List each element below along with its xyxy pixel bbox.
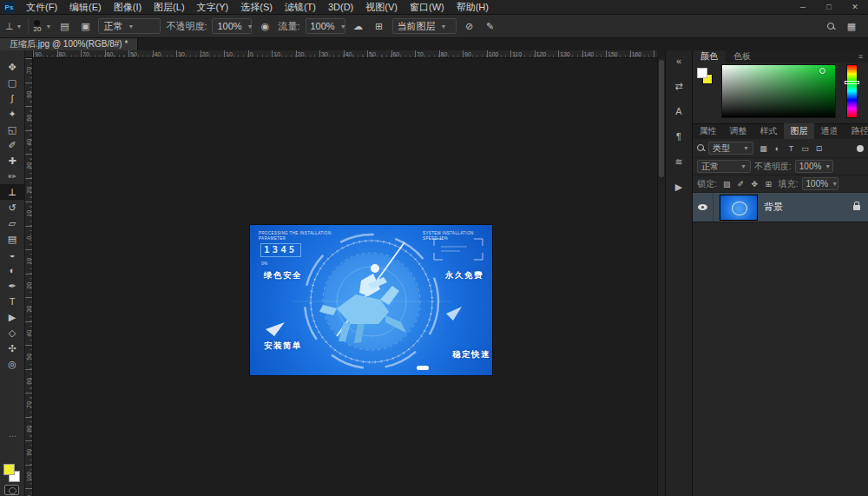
menu-item[interactable]: 3D(D) [322,0,359,14]
menu-item[interactable]: 选择(S) [234,0,279,14]
hand-tool[interactable]: ✣ [0,341,25,356]
type-tool[interactable]: T [0,294,25,309]
layer-blend-mode-select[interactable]: 正常▼ [697,160,751,173]
layer-thumbnail[interactable] [720,195,758,221]
menu-item[interactable]: 图层(L) [148,0,190,14]
ignore-adjustment-layers-icon[interactable]: ⊘ [462,18,477,34]
sample-select[interactable]: 当前图层▼ [392,18,457,34]
quick-selection-tool[interactable]: ✦ [0,106,25,122]
minimize-button[interactable]: ─ [790,0,816,15]
opacity-select[interactable]: 100%▼ [212,18,252,34]
layer-filter-select[interactable]: 类型▼ [708,142,753,155]
eraser-tool[interactable]: ▱ [0,215,25,231]
menu-item[interactable]: 文件(F) [20,0,63,14]
brush-settings-icon[interactable]: ≋ [669,154,688,169]
pressure-size-icon[interactable]: ✎ [483,18,498,34]
foreground-color-swatch[interactable] [3,464,15,475]
gradient-tool[interactable]: ▤ [0,231,25,247]
panel-tab[interactable]: 路径 [845,123,868,139]
collapse-panels-icon[interactable]: « [669,53,688,69]
lock-transparency-icon[interactable]: ▨ [720,177,733,190]
lasso-tool[interactable]: ʃ [0,90,25,106]
pixel-layer-filter-icon[interactable]: ▦ [757,142,770,155]
canvas-scrollbar[interactable] [657,58,665,496]
edit-toolbar-button[interactable]: ⋯ [0,432,25,440]
blur-tool[interactable]: ◒ [0,247,25,262]
blend-mode-select[interactable]: 正常▼ [98,18,161,34]
search-icon[interactable] [827,23,835,30]
character-panel-icon[interactable]: A [669,103,688,119]
menu-item[interactable]: 帮助(H) [450,0,495,14]
shape-layer-filter-icon[interactable]: ▭ [799,142,812,155]
tab-color[interactable]: 颜色 [693,50,726,63]
lock-position-icon[interactable]: ✥ [748,177,761,190]
visibility-toggle[interactable] [693,193,713,222]
menu-item[interactable]: 窗口(W) [404,0,450,14]
foreground-color-swatch[interactable] [697,68,707,78]
panel-tab[interactable]: 通道 [814,123,845,139]
layer-row-background[interactable]: 背景 [693,193,868,222]
panel-tab[interactable]: 属性 [693,123,723,139]
alignment-icon[interactable]: ⊞ [372,18,387,34]
filter-toggle-icon[interactable] [857,145,864,152]
quick-mask-button[interactable] [4,485,19,495]
panel-tab[interactable]: 样式 [753,123,784,139]
menu-item[interactable]: 编辑(E) [63,0,108,14]
brush-tool[interactable]: ✏ [0,169,25,184]
chevron-down-icon: ▼ [16,23,23,30]
adjustment-layer-filter-icon[interactable]: ◐ [771,142,784,155]
panel-menu-icon[interactable]: ≡ [858,52,868,61]
hue-slider-marker[interactable] [845,81,859,84]
workspace-switcher-icon[interactable]: ▦ [844,18,859,34]
tool-preset-picker[interactable]: ⊥▼ [5,18,23,34]
close-button[interactable]: ✕ [842,0,868,15]
scrollbar-thumb[interactable] [659,60,664,177]
clone-source-icon[interactable]: ⇄ [669,78,688,94]
ruler-number: 70 [25,400,33,408]
crop-tool[interactable]: ◱ [0,122,25,137]
healing-brush-tool[interactable]: ✚ [0,153,25,169]
lock-artboard-icon[interactable]: ⊞ [762,177,775,190]
clone-stamp-tool[interactable]: ⊥ [0,184,25,200]
saturation-brightness-field[interactable] [721,64,836,118]
poster-label-left: 绿色安全 [264,270,302,281]
brush-settings-panel-button[interactable]: ▤ [56,18,72,34]
pen-tool[interactable]: ✒ [0,278,25,294]
eyedropper-tool[interactable]: ✐ [0,137,25,153]
tab-swatches[interactable]: 色板 [726,50,759,63]
menu-item[interactable]: 文字(Y) [191,0,235,14]
canvas[interactable]: PROCESSING THE INSTALLATION PARAMETER 13… [33,58,657,496]
smart-object-filter-icon[interactable]: ⊡ [812,142,825,155]
brush-preset-picker[interactable]: 20 ▼ [34,20,52,33]
move-tool[interactable]: ✥ [0,59,25,75]
layer-fill-select[interactable]: 100%▼ [802,177,838,190]
maximize-button[interactable]: □ [816,0,842,15]
type-layer-filter-icon[interactable]: T [785,142,798,155]
zoom-tool[interactable]: ◎ [0,356,25,372]
pressure-opacity-icon[interactable]: ◉ [257,18,273,34]
color-panel: 颜色 色板 ≡ [693,50,868,123]
panel-tab[interactable]: 图层 [784,123,814,139]
ruler-number: 80 [25,425,33,433]
paragraph-panel-icon[interactable]: ¶ [669,129,688,144]
shape-tool[interactable]: ◇ [0,325,25,341]
history-brush-tool[interactable]: ↺ [0,200,25,215]
poster-topleft-text: PROCESSING THE INSTALLATION PARAMETER [259,231,332,241]
menu-item[interactable]: 图像(I) [108,0,148,14]
document-tab[interactable]: 压缩后.jpg @ 100%(RGB/8#) * [0,38,138,50]
hue-slider[interactable] [846,64,858,118]
lock-icon[interactable] [853,205,860,210]
menu-item[interactable]: 视图(V) [359,0,404,14]
path-selection-tool[interactable]: ▶ [0,309,25,325]
lock-pixels-icon[interactable]: ✐ [734,177,747,190]
flow-select[interactable]: 100%▼ [306,18,345,34]
layer-opacity-select[interactable]: 100%▼ [795,160,833,173]
menu-item[interactable]: 滤镜(T) [279,0,322,14]
dodge-tool[interactable]: ◐ [0,262,25,278]
clone-source-panel-button[interactable]: ▣ [77,18,93,34]
color-cursor[interactable] [819,68,825,74]
timeline-icon[interactable]: ▶ [669,179,688,195]
panel-tab[interactable]: 调整 [723,123,753,139]
airbrush-icon[interactable]: ☁ [351,18,366,34]
marquee-tool[interactable]: ▢ [0,75,25,90]
